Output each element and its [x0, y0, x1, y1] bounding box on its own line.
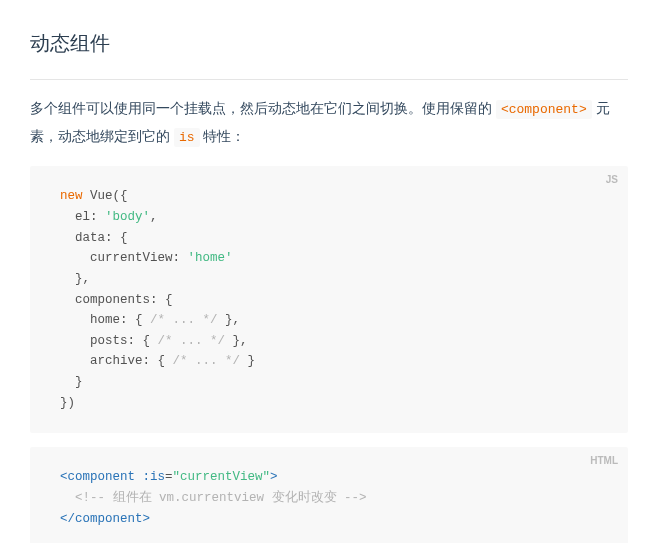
code-text: currentView:	[60, 251, 188, 265]
comment: <!-- 组件在 vm.currentview 变化时改变 -->	[75, 491, 367, 505]
text-segment: 特性：	[200, 128, 246, 144]
tag-bracket: >	[143, 512, 151, 526]
code-text: },	[60, 272, 90, 286]
code-text: },	[225, 334, 248, 348]
code-block-js: JS new Vue({ el: 'body', data: { current…	[30, 166, 628, 433]
code-content: new Vue({ el: 'body', data: { currentVie…	[60, 186, 598, 413]
comment: /* ... */	[150, 313, 218, 327]
code-text: ,	[150, 210, 158, 224]
inline-code-component: <component>	[496, 100, 592, 119]
comment: /* ... */	[158, 334, 226, 348]
language-tag: JS	[606, 172, 618, 189]
code-text: home: {	[60, 313, 150, 327]
code-text: Vue({	[83, 189, 128, 203]
code-text: }	[60, 375, 83, 389]
code-text: posts: {	[60, 334, 158, 348]
string: 'home'	[188, 251, 233, 265]
code-text: =	[165, 470, 173, 484]
tag-bracket: <	[60, 470, 68, 484]
code-text: },	[218, 313, 241, 327]
tag-name: component	[75, 512, 143, 526]
code-text: data: {	[60, 231, 128, 245]
attr-name: :is	[135, 470, 165, 484]
code-text: }	[240, 354, 255, 368]
tag-name: component	[68, 470, 136, 484]
keyword: new	[60, 189, 83, 203]
code-block-html: HTML <component :is="currentView"> <!-- …	[30, 447, 628, 543]
intro-paragraph: 多个组件可以使用同一个挂载点，然后动态地在它们之间切换。使用保留的 <compo…	[30, 95, 628, 150]
inline-code-is: is	[174, 128, 200, 147]
string: 'body'	[105, 210, 150, 224]
code-content: <component :is="currentView"> <!-- 组件在 v…	[60, 467, 598, 529]
tag-bracket: >	[270, 470, 278, 484]
code-text: el:	[60, 210, 105, 224]
code-text: components: {	[60, 293, 173, 307]
code-text: archive: {	[60, 354, 173, 368]
section-title: 动态组件	[30, 25, 628, 80]
code-text	[60, 491, 75, 505]
tag-bracket: </	[60, 512, 75, 526]
code-text: })	[60, 396, 75, 410]
text-segment: 多个组件可以使用同一个挂载点，然后动态地在它们之间切换。使用保留的	[30, 100, 496, 116]
comment: /* ... */	[173, 354, 241, 368]
string: "currentView"	[173, 470, 271, 484]
language-tag: HTML	[590, 453, 618, 470]
